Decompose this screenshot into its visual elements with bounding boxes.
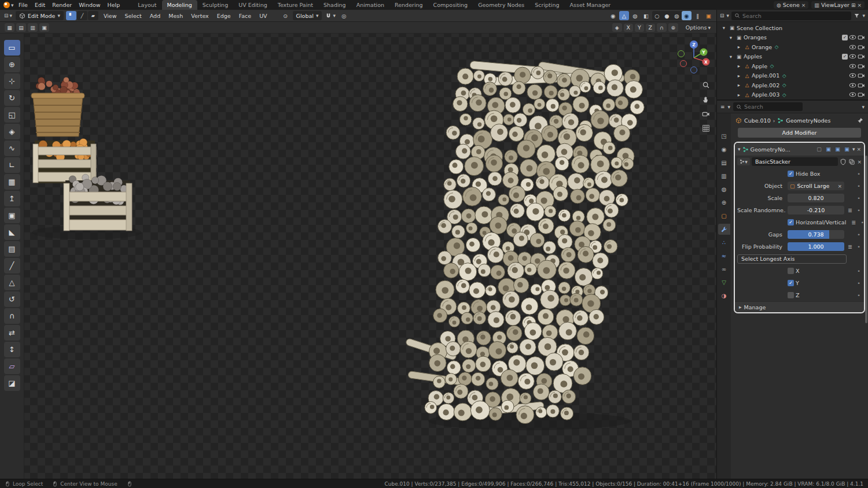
modifier-extras-chevron-icon[interactable]: ▾ [852,146,855,152]
collection-checkbox[interactable]: ✓ [842,54,848,60]
input-attribute-toggle-icon[interactable]: ≣ [846,243,854,250]
tool-annotate-button[interactable]: ∿ [4,141,20,156]
duplicate-icon[interactable] [848,158,855,165]
hide-eye-icon[interactable] [849,34,856,41]
menu-face[interactable]: Face [236,13,254,19]
render-visibility-icon[interactable] [858,82,865,89]
flip-probability-slider[interactable]: 1.000 [788,242,844,251]
axis-x-checkbox[interactable]: ✓ [788,268,794,274]
menu-vertex[interactable]: Vertex [188,13,212,19]
tab-asset-manager[interactable]: Asset Manager [565,0,616,10]
tab-shading[interactable]: Shading [318,0,351,10]
snap-option-icon[interactable]: ∩ [657,23,667,32]
clear-object-icon[interactable]: × [837,183,842,189]
menu-file[interactable]: File [15,0,31,10]
xray-toggle-button[interactable]: ◧ [641,11,651,20]
outliner-row-apple-002[interactable]: ▸ △ Apple.002 ◇ [717,80,868,90]
hide-eye-icon[interactable] [849,72,856,79]
outliner-row-apples[interactable]: ▾ ▣ Apples ✓ [717,52,868,62]
tool-shrink-fatten-button[interactable]: ↕ [4,342,20,357]
viewlayer-new-icon[interactable]: ⊞ [851,2,856,8]
animate-dot[interactable]: • [856,195,862,201]
tool-rip-region-button[interactable]: ◪ [4,375,20,391]
face-select-mode-button[interactable]: ▰ [88,11,98,20]
tab-particles[interactable]: ∴ [718,237,730,248]
navigation-gizmo[interactable]: Z Y X [678,40,710,73]
viewlayer-selector[interactable]: ▥ ViewLayer ⊞ × [811,1,865,9]
animate-dot[interactable]: • [856,207,862,213]
mirror-y-button[interactable]: Y [635,24,644,32]
animate-dot[interactable]: • [856,280,862,286]
outliner-search-input[interactable] [742,13,848,19]
node-group-field[interactable]: BasicStacker [752,157,838,166]
tab-modifiers[interactable] [718,224,730,235]
hide-eye-icon[interactable] [849,53,856,60]
tab-view-layer[interactable]: ▥ [718,171,730,182]
tab-scene[interactable]: ◍ [718,184,730,195]
tool-setting-3-icon[interactable]: ▥ [28,23,38,32]
render-visibility-icon[interactable] [858,43,865,51]
node-group-browse-button[interactable]: ▾ [737,158,750,165]
expand-chevron-icon[interactable]: ▾ [727,35,734,40]
expand-chevron-icon[interactable]: ▸ [735,82,742,88]
tab-animation[interactable]: Animation [351,0,389,10]
render-visibility-icon[interactable] [858,53,865,60]
animate-dot[interactable]: • [856,243,862,250]
breadcrumb-object[interactable]: Cube.010 [744,117,771,124]
mode-dropdown[interactable]: Edit Mode ▾ [16,11,64,20]
menu-select[interactable]: Select [122,13,144,19]
tab-modeling[interactable]: Modeling [162,0,197,10]
expand-chevron-icon[interactable]: ▸ [735,44,742,50]
tool-smooth-button[interactable]: ∩ [4,308,20,324]
tool-setting-2-icon[interactable]: ▤ [16,23,26,32]
outliner-row-apple-003[interactable]: ▸ △ Apple.003 ◇ [717,90,868,100]
hide-box-checkbox[interactable]: ✓ [788,171,794,177]
hide-eye-icon[interactable] [849,82,856,89]
outliner-search[interactable] [731,12,851,20]
modifier-expand-chevron-icon[interactable]: ▾ [738,146,741,152]
tool-poly-build-button[interactable]: △ [4,275,20,290]
show-gizmo-button[interactable]: △ [619,11,629,20]
unlink-icon[interactable]: × [857,159,862,165]
scale-randomness-field[interactable]: -0.210 [788,206,844,215]
tool-shear-button[interactable]: ▱ [4,358,20,374]
pin-icon[interactable] [857,117,863,124]
gaps-slider[interactable]: 0.738 [788,230,844,239]
outliner-row-scene-collection[interactable]: ▾ ▣ Scene Collection [717,23,868,33]
shading-material-button[interactable]: ◍ [672,11,682,20]
horizontal-vertical-checkbox[interactable]: ✓ [788,219,794,225]
pivot-point-button[interactable]: ⊙ [281,11,290,20]
add-modifier-button[interactable]: Add Modifier [738,128,861,138]
properties-options-chevron-icon[interactable]: ▾ [862,104,865,110]
tool-scale-button[interactable]: ◱ [4,107,20,123]
scene-selector[interactable]: ◍ Scene × [774,1,808,9]
tool-move-button[interactable]: ⊹ [4,73,20,89]
menu-view[interactable]: View [101,13,120,19]
mirror-z-button[interactable]: Z [646,24,655,32]
expand-chevron-icon[interactable]: ▾ [720,25,727,31]
tab-rendering[interactable]: Rendering [389,0,428,10]
menu-window[interactable]: Window [75,0,104,10]
tab-world[interactable]: ⊕ [718,197,730,208]
properties-search[interactable] [733,102,803,111]
visibility-dropdown-button[interactable]: ◉ [608,11,618,20]
animate-dot[interactable]: • [856,292,862,298]
menu-edge[interactable]: Edge [214,13,234,19]
tool-extrude-button[interactable]: ↥ [4,191,20,206]
editor-type-button[interactable]: ⊟▾ [3,11,13,20]
collection-checkbox[interactable]: ✓ [842,35,848,40]
breadcrumb-modifier[interactable]: GeometryNodes [786,117,830,124]
show-overlays-button[interactable]: ◍ [630,11,640,20]
animate-dot[interactable]: • [856,268,862,274]
transform-orientation-dropdown[interactable]: Global ▾ [293,11,322,20]
tool-setting-1-icon[interactable]: ▦ [5,23,14,32]
tool-edge-slide-button[interactable]: ⇄ [4,325,20,341]
menu-add[interactable]: Add [147,13,163,19]
tool-spin-button[interactable]: ↺ [4,291,20,307]
modifier-cage-toggle[interactable]: ▣ [843,146,851,153]
filter-icon[interactable] [854,13,860,19]
tool-knife-button[interactable]: ╱ [4,258,20,273]
render-visibility-icon[interactable] [858,72,865,79]
tab-constraints[interactable]: ∞ [718,264,730,275]
scale-field[interactable]: 0.820 [788,194,844,202]
